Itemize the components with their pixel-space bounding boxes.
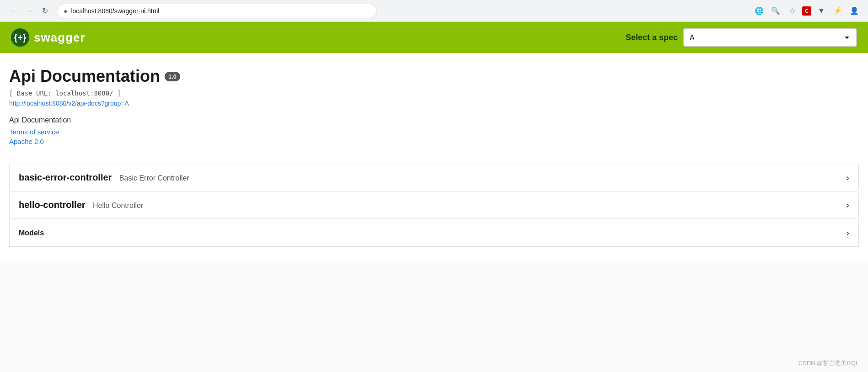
basic-error-chevron-icon: › [846,172,849,183]
hello-controller-name: hello-controller [19,200,86,210]
api-description: Api Documentation [9,116,859,124]
swagger-logo-text: swagger [34,31,86,45]
models-section[interactable]: Models › [9,219,859,247]
basic-error-controller-item[interactable]: basic-error-controller Basic Error Contr… [9,164,859,191]
hello-controller-desc: Hello Controller [93,202,143,209]
url-text: localhost:8080/swagger-ui.html [71,7,370,15]
api-title-row: Api Documentation 1.0 [9,67,859,86]
watermark: CSDN @誓言唯美RQL [798,359,859,367]
hello-chevron-icon: › [846,200,849,210]
api-base-url: [ Base URL: localhost:8080/ ] [9,90,859,97]
basic-error-controller-header[interactable]: basic-error-controller Basic Error Contr… [10,164,858,191]
models-header[interactable]: Models › [10,219,858,246]
controllers-section: basic-error-controller Basic Error Contr… [9,164,859,219]
api-version-badge: 1.0 [165,72,180,81]
browser-chrome: ← → ↻ ● localhost:8080/swagger-ui.html 🌐… [0,0,868,22]
swagger-logo-icon: {+} [11,28,29,47]
reload-button[interactable]: ↻ [38,5,51,17]
extension-icon[interactable]: C [802,6,811,16]
apache-license-link[interactable]: Apache 2.0 [9,138,859,145]
basic-error-controller-desc: Basic Error Controller [119,174,189,182]
models-chevron-icon: › [846,228,849,238]
zoom-icon[interactable]: 🔍 [769,5,782,17]
swagger-spec-selector: Select a spec A [626,28,857,47]
hello-controller-title: hello-controller Hello Controller [19,200,143,210]
swagger-icon-text: {+} [14,32,26,43]
terms-of-service-link[interactable]: Terms of service [9,128,859,136]
extensions-icon[interactable]: ⚡ [831,5,844,17]
profile-icon[interactable]: 👤 [848,5,861,17]
swagger-logo: {+} swagger [11,28,86,47]
back-button[interactable]: ← [7,5,20,17]
api-docs-link[interactable]: http://localhost:8080/v2/api-docs?group=… [9,100,859,107]
basic-error-controller-title: basic-error-controller Basic Error Contr… [19,172,189,183]
hello-controller-item[interactable]: hello-controller Hello Controller › [9,191,859,219]
swagger-content: Api Documentation 1.0 [ Base URL: localh… [0,53,868,260]
lock-icon: ● [64,7,67,15]
browser-nav-buttons: ← → ↻ [7,5,51,17]
translate-icon[interactable]: 🌐 [753,5,766,17]
forward-button[interactable]: → [23,5,36,17]
select-spec-label: Select a spec [626,33,678,43]
menu-icon[interactable]: ▼ [815,5,828,17]
browser-toolbar-right: 🌐 🔍 ☆ C ▼ ⚡ 👤 [753,5,861,17]
address-bar[interactable]: ● localhost:8080/swagger-ui.html [57,4,377,18]
basic-error-controller-name: basic-error-controller [19,172,112,182]
page-wrapper: {+} swagger Select a spec A Api Document… [0,22,868,372]
spec-select[interactable]: A [683,28,857,47]
bookmark-icon[interactable]: ☆ [786,5,798,17]
api-title: Api Documentation [9,67,160,86]
hello-controller-header[interactable]: hello-controller Hello Controller › [10,191,858,218]
swagger-header: {+} swagger Select a spec A [0,22,868,53]
models-title: Models [19,229,44,237]
